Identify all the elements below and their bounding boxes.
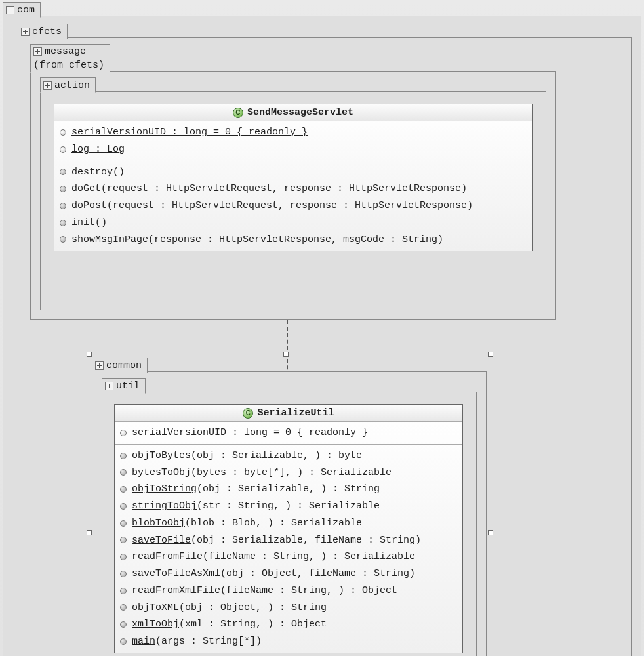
member-signature: objToBytes(obj : Serializable, ) : byte bbox=[132, 449, 362, 463]
expand-icon[interactable] bbox=[21, 28, 30, 36]
member-signature: readFromFile(fileName : String, ) : Seri… bbox=[132, 550, 415, 564]
member-signature: log : Log bbox=[71, 142, 125, 157]
member-signature: main(args : String[*]) bbox=[132, 634, 262, 649]
member-row[interactable]: init() bbox=[60, 215, 527, 232]
package-from-label: (from cfets) bbox=[33, 60, 104, 71]
package-action[interactable]: action C SendMessageServlet serialVersio… bbox=[40, 91, 546, 310]
member-signature: saveToFile(obj : Serializable, fileName … bbox=[132, 533, 421, 548]
member-row[interactable]: saveToFile(obj : Serializable, fileName … bbox=[120, 532, 457, 549]
class-SerializeUtil[interactable]: C SerializeUtil serialVersionUID : long … bbox=[114, 404, 463, 653]
member-row[interactable]: serialVersionUID : long = 0 { readonly } bbox=[60, 124, 527, 141]
member-row[interactable]: xmlToObj(xml : String, ) : Object bbox=[120, 616, 457, 633]
visibility-icon bbox=[60, 236, 66, 243]
visibility-icon bbox=[120, 588, 127, 594]
visibility-icon bbox=[120, 571, 127, 577]
package-tab-util[interactable]: util bbox=[102, 378, 146, 394]
visibility-icon bbox=[120, 554, 127, 560]
package-tab-action[interactable]: action bbox=[40, 77, 96, 93]
member-row[interactable]: log : Log bbox=[60, 141, 527, 158]
member-row[interactable]: objToBytes(obj : Serializable, ) : byte bbox=[120, 447, 457, 464]
member-signature: xmlToObj(xml : String, ) : Object bbox=[132, 617, 327, 632]
member-signature: bytesToObj(bytes : byte[*], ) : Serializ… bbox=[132, 466, 392, 480]
package-label: cfets bbox=[32, 26, 62, 37]
package-tab-common[interactable]: common bbox=[92, 358, 148, 373]
member-row[interactable]: doGet(request : HttpServletRequest, resp… bbox=[60, 180, 527, 197]
member-row[interactable]: blobToObj(blob : Blob, ) : Serializable bbox=[120, 515, 457, 532]
package-tab-cfets[interactable]: cfets bbox=[18, 24, 68, 39]
member-row[interactable]: readFromXmlFile(fileName : String, ) : O… bbox=[120, 583, 457, 600]
package-tab-message[interactable]: message (from cfets) bbox=[30, 44, 110, 73]
selection-handle[interactable] bbox=[87, 352, 92, 357]
visibility-icon bbox=[120, 469, 127, 476]
expand-icon[interactable] bbox=[105, 382, 113, 390]
visibility-icon bbox=[60, 186, 66, 192]
selection-handle[interactable] bbox=[283, 352, 289, 357]
class-name: SerializeUtil bbox=[257, 407, 334, 419]
package-com[interactable]: com cfets message (from cfets) bbox=[3, 16, 641, 656]
selection-handle[interactable] bbox=[488, 530, 493, 535]
member-signature: serialVersionUID : long = 0 { readonly } bbox=[71, 125, 308, 140]
visibility-icon bbox=[120, 621, 127, 628]
member-signature: showMsgInPage(response : HttpServletResp… bbox=[71, 233, 443, 247]
visibility-icon bbox=[120, 453, 127, 459]
member-row[interactable]: objToString(obj : Serializable, ) : Stri… bbox=[120, 481, 457, 498]
expand-icon[interactable] bbox=[95, 361, 104, 370]
expand-icon[interactable] bbox=[6, 6, 14, 14]
member-row[interactable]: showMsgInPage(response : HttpServletResp… bbox=[60, 232, 527, 249]
member-row[interactable]: readFromFile(fileName : String, ) : Seri… bbox=[120, 548, 457, 565]
visibility-icon bbox=[120, 638, 127, 645]
class-icon: C bbox=[233, 108, 243, 118]
visibility-icon bbox=[60, 169, 66, 175]
attributes-section: serialVersionUID : long = 0 { readonly } bbox=[115, 422, 462, 444]
member-signature: serialVersionUID : long = 0 { readonly } bbox=[132, 426, 368, 440]
package-cfets[interactable]: cfets message (from cfets) action bbox=[18, 37, 632, 656]
member-row[interactable]: serialVersionUID : long = 0 { readonly } bbox=[120, 424, 457, 441]
selection-handle[interactable] bbox=[87, 530, 92, 535]
package-message[interactable]: message (from cfets) action C SendMessag… bbox=[30, 71, 556, 320]
package-label: message bbox=[45, 46, 86, 57]
member-signature: doGet(request : HttpServletRequest, resp… bbox=[71, 182, 467, 196]
class-header: C SerializeUtil bbox=[115, 405, 462, 422]
package-label: com bbox=[17, 5, 35, 16]
visibility-icon bbox=[60, 146, 66, 153]
package-common[interactable]: common util C SerializeUtil serialVersio… bbox=[92, 371, 487, 656]
member-signature: objToString(obj : Serializable, ) : Stri… bbox=[132, 482, 380, 497]
operations-section: objToBytes(obj : Serializable, ) : byteb… bbox=[115, 444, 462, 653]
package-util[interactable]: util C SerializeUtil serialVersionUID : … bbox=[102, 392, 477, 656]
member-row[interactable]: destroy() bbox=[60, 164, 527, 181]
visibility-icon bbox=[120, 604, 127, 611]
visibility-icon bbox=[120, 486, 127, 493]
visibility-icon bbox=[120, 430, 127, 436]
expand-icon[interactable] bbox=[43, 81, 52, 90]
operations-section: destroy()doGet(request : HttpServletRequ… bbox=[54, 161, 532, 251]
class-SendMessageServlet[interactable]: C SendMessageServlet serialVersionUID : … bbox=[54, 104, 533, 251]
visibility-icon bbox=[120, 537, 127, 543]
visibility-icon bbox=[120, 503, 127, 510]
visibility-icon bbox=[120, 520, 127, 527]
member-row[interactable]: saveToFileAsXml(obj : Object, fileName :… bbox=[120, 565, 457, 583]
member-row[interactable]: doPost(request : HttpServletRequest, res… bbox=[60, 197, 527, 215]
member-signature: saveToFileAsXml(obj : Object, fileName :… bbox=[132, 567, 415, 581]
attributes-section: serialVersionUID : long = 0 { readonly }… bbox=[54, 121, 532, 161]
visibility-icon bbox=[60, 220, 66, 226]
class-name: SendMessageServlet bbox=[247, 107, 353, 118]
visibility-icon bbox=[60, 203, 66, 209]
selection-handle[interactable] bbox=[488, 352, 493, 357]
expand-icon[interactable] bbox=[33, 47, 42, 56]
visibility-icon bbox=[60, 129, 66, 136]
member-signature: doPost(request : HttpServletRequest, res… bbox=[71, 199, 473, 213]
package-label: util bbox=[116, 380, 140, 392]
member-row[interactable]: bytesToObj(bytes : byte[*], ) : Serializ… bbox=[120, 464, 457, 482]
member-signature: blobToObj(blob : Blob, ) : Serializable bbox=[132, 516, 362, 531]
class-icon: C bbox=[243, 408, 253, 419]
member-row[interactable]: objToXML(obj : Object, ) : String bbox=[120, 600, 457, 617]
member-signature: readFromXmlFile(fileName : String, ) : O… bbox=[132, 584, 397, 598]
member-row[interactable]: stringToObj(str : String, ) : Serializab… bbox=[120, 498, 457, 515]
package-label: common bbox=[106, 360, 142, 371]
member-signature: init() bbox=[71, 216, 107, 230]
package-label: action bbox=[54, 80, 90, 91]
member-row[interactable]: main(args : String[*]) bbox=[120, 633, 457, 650]
member-signature: stringToObj(str : String, ) : Serializab… bbox=[132, 499, 380, 514]
package-tab-com[interactable]: com bbox=[3, 2, 41, 18]
member-signature: destroy() bbox=[71, 165, 125, 180]
